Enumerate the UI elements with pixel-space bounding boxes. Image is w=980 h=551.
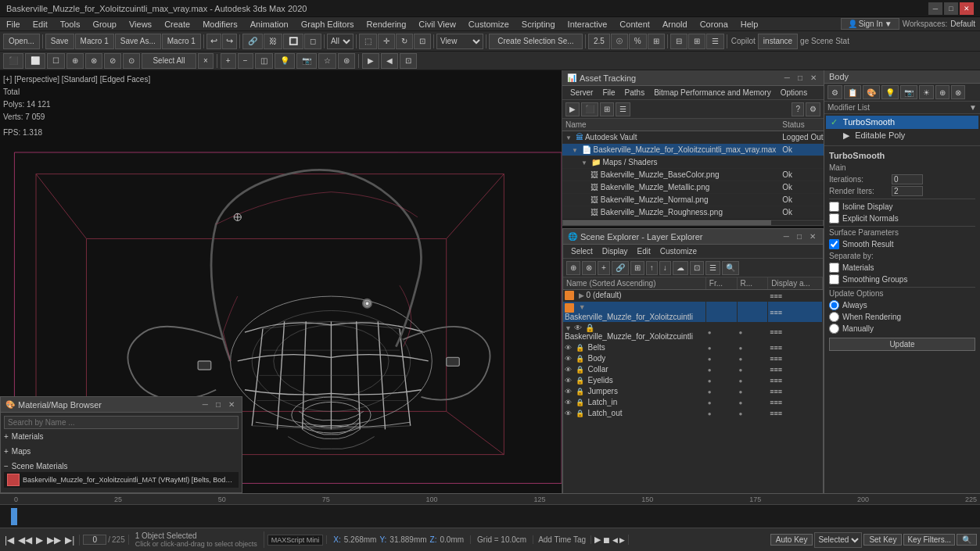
link-btn[interactable]: 🔗 xyxy=(242,34,263,49)
se-menu-edit[interactable]: Edit xyxy=(633,247,655,256)
tb2-add[interactable]: + xyxy=(221,53,236,69)
asset-close-btn[interactable]: ✕ xyxy=(808,73,819,82)
mat-item-0[interactable]: Baskerville_Muzzle_for_Xoloitzcuintli_MA… xyxy=(4,472,239,488)
time-tag-area[interactable]: Add Time Tag xyxy=(533,535,591,544)
se-row-eyelids[interactable]: 👁 🔒 Eyelids ● ● ≡≡≡ xyxy=(563,374,823,385)
asset-menu-server[interactable]: Server xyxy=(565,88,598,97)
mirror-btn[interactable]: ⊟ xyxy=(670,34,687,49)
mod-icon-1[interactable]: ⚙ xyxy=(827,85,842,99)
asset-minimize-btn[interactable]: ─ xyxy=(782,73,792,82)
timeline-playhead[interactable] xyxy=(11,508,17,525)
tb2-render1[interactable]: ▶ xyxy=(362,53,379,69)
asset-table-container[interactable]: Name Status Proxy 🏛 Autodesk Vault xyxy=(562,119,824,219)
next-frame-btn[interactable]: ▶ xyxy=(619,536,625,544)
mod-surface-params-label[interactable]: Surface Parameters xyxy=(829,228,975,237)
menu-create[interactable]: Create xyxy=(158,18,196,30)
tb2-helper[interactable]: ☆ xyxy=(318,53,336,69)
key-mode-select[interactable]: Selected xyxy=(814,532,862,548)
asset-menu-options[interactable]: Options xyxy=(776,88,812,97)
asset-tb-help[interactable]: ? xyxy=(792,102,804,116)
menu-interactive[interactable]: Interactive xyxy=(562,18,614,30)
mat-section-materials-header[interactable]: + Materials xyxy=(4,431,239,442)
menu-content[interactable]: Content xyxy=(613,18,656,30)
tb2-render3[interactable]: ⊡ xyxy=(400,53,417,69)
mod-when-rendering-radio[interactable] xyxy=(829,312,839,322)
instance-btn[interactable]: instance xyxy=(758,34,798,49)
se-tb-2[interactable]: ⊗ xyxy=(582,261,596,275)
menu-group[interactable]: Group xyxy=(86,18,123,30)
asset-row-6[interactable]: 🖼 Bakerville_Muzzle_Roughness.png Ok xyxy=(562,206,824,219)
se-minimize-btn[interactable]: ─ xyxy=(781,232,792,241)
mod-materials-check[interactable] xyxy=(829,263,839,273)
asset-tb-1[interactable]: ▶ xyxy=(565,102,580,116)
mod-explicit-check[interactable] xyxy=(829,213,839,224)
minimize-btn[interactable]: ─ xyxy=(928,2,942,15)
se-row-1[interactable]: ▼ Baskerville_Muzzle_for_Xoloitzcuintli … xyxy=(563,302,823,322)
search-btn[interactable]: 🔍 xyxy=(957,534,977,546)
asset-row-0[interactable]: 🏛 Autodesk Vault Logged Out ... xyxy=(562,131,824,144)
mat-close-btn[interactable]: ✕ xyxy=(226,400,237,409)
mod-list-dropdown[interactable]: ▼ xyxy=(969,103,977,112)
asset-menu-paths[interactable]: Paths xyxy=(620,88,650,97)
asset-tb-2[interactable]: ⬛ xyxy=(581,102,598,116)
mod-item-editablepoly[interactable]: ✓ ▶ Editable Poly xyxy=(826,129,978,142)
tb2-5[interactable]: ⊗ xyxy=(85,53,102,69)
align-btn[interactable]: ⊞ xyxy=(688,34,705,49)
save-btn[interactable]: Save xyxy=(45,34,74,49)
mod-icon-7[interactable]: ⊕ xyxy=(935,85,949,99)
asset-tb-3[interactable]: ⊞ xyxy=(600,102,614,116)
current-frame-input[interactable] xyxy=(83,535,106,545)
se-tb-7[interactable]: ↓ xyxy=(659,261,671,275)
se-row-jumpers[interactable]: 👁 🔒 Jumpers ● ● ≡≡≡ xyxy=(563,385,823,396)
asset-hscrollbar[interactable] xyxy=(562,219,824,227)
snap-2d-btn[interactable]: 2.5 xyxy=(588,34,610,49)
mod-properties-scroll[interactable]: TurboSmooth Main Iterations: Render Iter… xyxy=(824,148,980,551)
unlink-btn[interactable]: ⛓ xyxy=(264,34,282,49)
mod-render-iters-input[interactable] xyxy=(892,186,923,196)
play-btn[interactable]: ▶ xyxy=(34,535,45,546)
asset-tb-settings[interactable]: ⚙ xyxy=(806,102,820,116)
se-tb-9[interactable]: ⊡ xyxy=(690,261,704,275)
tb2-3[interactable]: ☐ xyxy=(47,53,65,69)
se-tb-3[interactable]: + xyxy=(598,261,610,275)
tb2-geo2[interactable]: ◫ xyxy=(255,53,273,69)
close-btn[interactable]: ✕ xyxy=(960,2,974,15)
mod-always-radio[interactable] xyxy=(829,300,839,310)
play-next-btn[interactable]: ▶▶ xyxy=(45,535,63,546)
asset-row-1[interactable]: 📄 Baskerville_Muzzle_for_Xoloitzcuintli_… xyxy=(562,144,824,156)
bind-btn[interactable]: 🔳 xyxy=(283,34,303,49)
open-btn[interactable]: Open... xyxy=(3,34,40,49)
se-menu-select[interactable]: Select xyxy=(566,247,598,256)
expand-0[interactable] xyxy=(565,133,573,141)
asset-hscroll-thumb[interactable] xyxy=(563,220,771,225)
menu-corona[interactable]: Corona xyxy=(694,18,734,30)
mod-icon-4[interactable]: 💡 xyxy=(881,85,899,99)
menu-rendering[interactable]: Rendering xyxy=(361,18,413,30)
auto-key-btn[interactable]: Auto Key xyxy=(770,534,813,546)
redo-btn[interactable]: ↪ xyxy=(222,34,237,49)
tb2-1[interactable]: ⬛ xyxy=(3,53,23,69)
mat-search-input[interactable] xyxy=(4,416,239,429)
tb2-cam[interactable]: 📷 xyxy=(296,53,317,69)
asset-tb-4[interactable]: ☰ xyxy=(616,102,630,116)
tb2-render2[interactable]: ◀ xyxy=(381,53,398,69)
asset-row-2[interactable]: 📁 Maps / Shaders xyxy=(562,156,824,169)
expand-1[interactable] xyxy=(572,145,580,154)
mod-icon-5[interactable]: 📷 xyxy=(900,85,917,99)
mod-icon-3[interactable]: 🎨 xyxy=(863,85,880,99)
tb2-light[interactable]: 💡 xyxy=(275,53,295,69)
menu-help[interactable]: Help xyxy=(734,18,765,30)
asset-menu-bitmap[interactable]: Bitmap Performance and Memory xyxy=(649,88,776,97)
se-row-0[interactable]: ▶ 0 (default) ≡≡≡ xyxy=(563,290,823,302)
save-as-btn[interactable]: Save As... xyxy=(115,34,161,49)
tb2-4[interactable]: ⊕ xyxy=(66,53,84,69)
tb2-7[interactable]: ⊙ xyxy=(123,53,140,69)
mod-smooth-result-check[interactable] xyxy=(829,239,839,249)
layer-mgr-btn[interactable]: ☰ xyxy=(706,34,724,49)
macro1-btn[interactable]: Macro 1 xyxy=(75,34,114,49)
mod-update-btn[interactable]: Update xyxy=(829,338,975,351)
geo-btn[interactable]: ◻ xyxy=(304,34,321,49)
se-expand-2[interactable]: ▼ xyxy=(565,324,572,332)
set-key-btn[interactable]: Set Key xyxy=(863,534,902,546)
se-tb-1[interactable]: ⊕ xyxy=(566,261,580,275)
